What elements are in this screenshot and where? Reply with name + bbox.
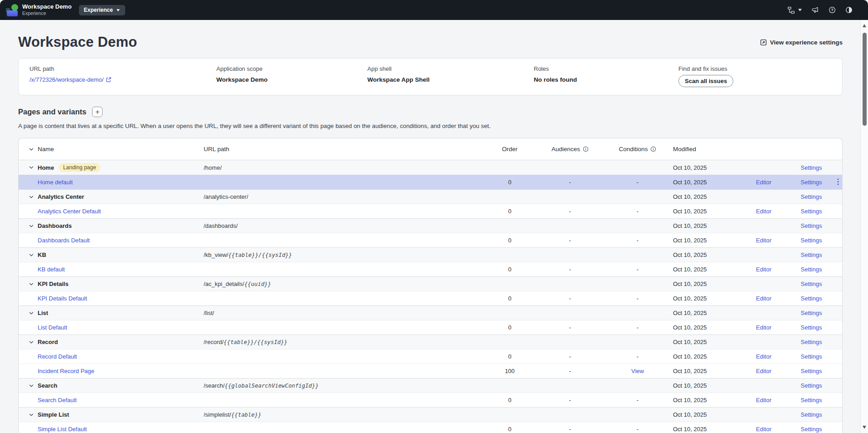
url-path-text: /list/ [204, 310, 214, 316]
variant-link[interactable]: Home default [38, 179, 73, 186]
audiences-cell: - [535, 426, 605, 433]
chevron-down-icon[interactable] [29, 223, 34, 229]
variant-row[interactable]: Incident Record Page100-ViewOct 10, 2025… [19, 364, 842, 378]
settings-link[interactable]: Settings [801, 324, 822, 331]
chevron-down-icon[interactable] [29, 165, 34, 170]
chevron-down-icon[interactable] [29, 340, 34, 345]
variant-row[interactable]: Record Default0--Oct 10, 2025EditorSetti… [19, 349, 842, 364]
order-cell: 0 [485, 208, 535, 215]
variant-link[interactable]: KPI Details Default [38, 295, 87, 302]
variant-link[interactable]: Record Default [38, 353, 77, 360]
chevron-down-icon[interactable] [29, 383, 34, 389]
order-cell: 0 [485, 295, 535, 302]
settings-cell: Settings [790, 295, 833, 302]
url-path-cell: /kb_view/{{table}}/{{sysId}} [204, 251, 485, 258]
announcements-button[interactable] [809, 6, 822, 14]
variant-row[interactable]: Simple List Default0--Oct 10, 2025Editor… [19, 422, 842, 433]
variant-link[interactable]: Search Default [38, 397, 77, 403]
url-path-text: /analytics-center/ [204, 193, 248, 200]
modified-cell: Oct 10, 2025 [670, 164, 738, 171]
experience-url-link[interactable]: /x/772326/workspace-demo/ [29, 76, 103, 83]
settings-link[interactable]: Settings [801, 179, 822, 186]
variant-row[interactable]: Home default0--Oct 10, 2025EditorSetting… [19, 175, 842, 189]
info-icon[interactable] [650, 146, 656, 152]
variant-link[interactable]: Dashboards Default [38, 237, 90, 244]
top-bar: Workspace Demo Experience Experience ? [0, 0, 868, 20]
settings-link[interactable]: Settings [801, 295, 822, 302]
settings-link[interactable]: Settings [801, 193, 822, 200]
chevron-down-icon[interactable] [29, 281, 34, 287]
chevron-down-icon[interactable] [29, 252, 34, 258]
settings-cell: Settings [790, 353, 833, 360]
chevron-down-icon[interactable] [29, 194, 34, 200]
settings-link[interactable]: Settings [801, 208, 822, 215]
help-button[interactable]: ? [826, 6, 839, 14]
view-conditions-link[interactable]: View [631, 368, 644, 374]
settings-link[interactable]: Settings [801, 280, 822, 287]
settings-link[interactable]: Settings [801, 222, 822, 229]
page-group-row: HomeLanding page/home/Oct 10, 2025Settin… [19, 160, 842, 175]
experience-menu-button[interactable]: Experience [79, 5, 125, 15]
column-header-conditions: Conditions [605, 146, 670, 153]
editor-link[interactable]: Editor [756, 295, 771, 302]
editor-link[interactable]: Editor [756, 353, 771, 360]
view-experience-settings-link[interactable]: View experience settings [760, 39, 843, 46]
row-actions-kebab-icon[interactable] [837, 178, 839, 187]
editor-link[interactable]: Editor [756, 397, 771, 403]
settings-link[interactable]: Settings [801, 339, 822, 345]
modified-cell: Oct 10, 2025 [670, 193, 738, 200]
order-cell: 100 [485, 368, 535, 374]
variant-row[interactable]: List Default0--Oct 10, 2025EditorSetting… [19, 320, 842, 335]
chevron-down-icon[interactable] [29, 310, 34, 316]
variant-row[interactable]: Search Default0--Oct 10, 2025EditorSetti… [19, 393, 842, 407]
scrollbar-down-arrow[interactable] [863, 426, 866, 429]
variant-link[interactable]: KB default [38, 266, 65, 273]
scan-all-issues-button[interactable]: Scan all issues [678, 75, 733, 87]
scrollbar-thumb[interactable] [863, 33, 867, 126]
variant-row[interactable]: Analytics Center Default0--Oct 10, 2025E… [19, 204, 842, 218]
variant-row[interactable]: KPI Details Default0--Oct 10, 2025Editor… [19, 291, 842, 305]
settings-link[interactable]: Settings [801, 382, 822, 389]
editor-link[interactable]: Editor [756, 266, 771, 273]
settings-link[interactable]: Settings [801, 251, 822, 258]
conditions-cell: - [605, 266, 670, 273]
variant-link[interactable]: Incident Record Page [38, 368, 94, 374]
collapse-all-chevron[interactable] [29, 147, 34, 152]
variant-row[interactable]: KB default0--Oct 10, 2025EditorSettings [19, 262, 842, 276]
variant-row[interactable]: Dashboards Default0--Oct 10, 2025EditorS… [19, 233, 842, 247]
editor-link[interactable]: Editor [756, 368, 771, 374]
info-icon[interactable] [583, 146, 589, 152]
vertical-scrollbar[interactable] [860, 20, 868, 433]
settings-link[interactable]: Settings [801, 426, 822, 433]
info-field-application-scope: Application scope Workspace Demo [216, 65, 367, 87]
settings-link[interactable]: Settings [801, 266, 822, 273]
variant-link[interactable]: List Default [38, 324, 67, 331]
settings-link[interactable]: Settings [801, 353, 822, 360]
settings-cell: Settings [790, 208, 833, 215]
editor-link[interactable]: Editor [756, 179, 771, 186]
editor-link[interactable]: Editor [756, 237, 771, 244]
variant-link[interactable]: Simple List Default [38, 426, 87, 433]
settings-link[interactable]: Settings [801, 310, 822, 316]
editor-link[interactable]: Editor [756, 208, 771, 215]
page-name: Search [38, 382, 57, 389]
settings-link[interactable]: Settings [801, 164, 822, 171]
add-page-button[interactable]: + [92, 107, 102, 117]
page-tree-menu-button[interactable] [787, 6, 802, 14]
settings-link[interactable]: Settings [801, 368, 822, 374]
theme-contrast-button[interactable] [843, 6, 855, 14]
variant-name-cell: Analytics Center Default [19, 208, 204, 215]
scrollbar-up-arrow[interactable] [863, 24, 866, 27]
editor-link[interactable]: Editor [756, 324, 771, 331]
modified-cell: Oct 10, 2025 [670, 324, 738, 331]
info-label: Roles [534, 65, 678, 72]
conditions-cell: - [605, 179, 670, 186]
chevron-down-icon[interactable] [29, 412, 34, 418]
modified-cell: Oct 10, 2025 [670, 295, 738, 302]
settings-link[interactable]: Settings [801, 237, 822, 244]
settings-link[interactable]: Settings [801, 411, 822, 418]
order-cell: 0 [485, 324, 535, 331]
settings-link[interactable]: Settings [801, 397, 822, 403]
variant-link[interactable]: Analytics Center Default [38, 208, 101, 215]
editor-link[interactable]: Editor [756, 426, 771, 433]
